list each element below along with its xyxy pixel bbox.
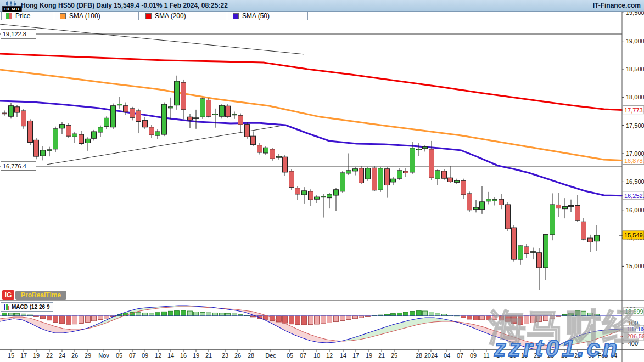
macd-histogram-bar <box>486 316 491 320</box>
svg-text:2024: 2024 <box>424 352 438 359</box>
tab-sma200[interactable]: SMA (200) <box>141 12 226 20</box>
svg-text:25: 25 <box>561 352 568 359</box>
svg-text:26: 26 <box>234 352 241 359</box>
svg-text:04: 04 <box>611 352 617 359</box>
svg-text:19: 19 <box>33 352 40 359</box>
title-bar: DEMO Hong Kong HS50 (DFB) Daily 15,549.4… <box>0 0 644 12</box>
svg-text:17: 17 <box>20 352 27 359</box>
svg-text:19,000: 19,000 <box>626 38 644 44</box>
level-label: 16,776.4 <box>1 161 36 171</box>
svg-text:21: 21 <box>205 352 212 359</box>
svg-text:Nov: Nov <box>98 352 109 359</box>
macd-histogram-bar <box>524 316 529 324</box>
price-tag: 17,773.. <box>619 106 644 114</box>
svg-text:05: 05 <box>287 352 293 359</box>
macd-legend-label: MACD (12 26 9 <box>12 304 49 310</box>
macd-histogram-bar <box>220 313 225 316</box>
macd-histogram-bar <box>232 314 237 316</box>
macd-histogram-bar <box>47 316 52 320</box>
candle <box>512 225 517 261</box>
macd-histogram-bar <box>506 316 511 321</box>
svg-text:29: 29 <box>85 352 91 359</box>
svg-text:21: 21 <box>378 352 385 359</box>
tab-sma50[interactable]: SMA (50) <box>228 12 308 20</box>
svg-text:15,549..: 15,549.. <box>624 232 644 239</box>
svg-text:25: 25 <box>391 352 397 359</box>
svg-text:19: 19 <box>366 352 372 359</box>
candle <box>289 169 294 190</box>
svg-text:14: 14 <box>496 352 503 359</box>
prorealtime-logo: IG ProRealTime <box>2 290 66 300</box>
candle <box>21 109 26 129</box>
macd-histogram-bar <box>397 313 402 316</box>
macd-legend-chip[interactable]: MACD (12 26 9 <box>1 302 53 312</box>
macd-histogram-bar <box>512 316 517 324</box>
macd-histogram-bar <box>2 313 7 316</box>
macd-histogram-bar <box>429 312 434 316</box>
macd-histogram-bar <box>321 316 326 324</box>
candle <box>220 104 225 118</box>
sma200-swatch-icon <box>145 13 152 19</box>
svg-text:04: 04 <box>444 352 450 359</box>
macd-histogram-bar <box>518 316 523 325</box>
svg-text:15,000: 15,000 <box>626 263 644 269</box>
macd-histogram-bar <box>206 313 211 316</box>
macd-histogram-bar <box>72 316 77 324</box>
price-tag: 16,878.. <box>619 156 644 165</box>
svg-text:18,500: 18,500 <box>626 66 644 72</box>
candle <box>340 171 345 193</box>
level-label: 19,122.8 <box>1 29 36 38</box>
macd-histogram-bar <box>531 316 536 323</box>
macd-series-icon <box>4 304 9 310</box>
svg-text:-400: -400 <box>626 340 638 347</box>
tab-price[interactable]: Price <box>1 12 53 20</box>
macd-value-tag: -187.89 <box>620 325 644 333</box>
macd-histogram-bar <box>492 316 497 320</box>
svg-text:07: 07 <box>300 352 306 359</box>
svg-text:23: 23 <box>222 352 228 359</box>
sma100-swatch-icon <box>60 13 66 19</box>
price-tag: 15,549.. <box>619 231 644 239</box>
svg-text:17,773..: 17,773.. <box>624 107 644 114</box>
svg-text:11: 11 <box>483 352 489 359</box>
chart-canvas[interactable]: 19,122.816,776.419,50019,00018,50018,000… <box>0 0 644 362</box>
svg-text:16,252..: 16,252.. <box>624 193 644 199</box>
svg-text:16: 16 <box>180 352 187 359</box>
candle <box>506 202 511 231</box>
macd-histogram-bar <box>442 314 447 316</box>
macd-histogram-bar <box>181 310 186 316</box>
macd-histogram-bar <box>417 311 422 316</box>
macd-histogram-bar <box>435 313 440 316</box>
macd-histogram-bar <box>327 316 332 323</box>
svg-text:16,500: 16,500 <box>626 178 644 185</box>
svg-text:Dec: Dec <box>265 352 276 359</box>
macd-histogram-bar <box>302 316 307 325</box>
svg-text:12: 12 <box>326 352 333 359</box>
macd-histogram-bar <box>474 316 479 320</box>
svg-text:28: 28 <box>574 352 581 359</box>
macd-histogram-bar <box>575 310 580 316</box>
candle <box>28 119 33 145</box>
svg-text:07: 07 <box>457 352 463 359</box>
series-legend: Price SMA (100) SMA (200) SMA (50) <box>1 12 308 20</box>
macd-histogram-bar <box>21 314 26 316</box>
svg-text:28: 28 <box>416 352 422 359</box>
macd-histogram-bar <box>60 316 65 324</box>
macd-histogram-bar <box>346 316 351 320</box>
svg-text:16,000: 16,000 <box>626 207 644 213</box>
candle <box>111 104 116 129</box>
svg-text:Feb: Feb <box>598 352 608 359</box>
price-series-icon <box>6 13 12 19</box>
macd-histogram-bar <box>499 316 504 320</box>
macd-histogram-bar <box>104 316 109 318</box>
brand-link[interactable]: IT-Finance.com <box>593 2 641 9</box>
svg-text:18,000: 18,000 <box>626 94 644 100</box>
tab-sma100-label: SMA (100) <box>69 12 100 20</box>
svg-text:09: 09 <box>142 352 148 359</box>
macd-value-tag: 18.699 <box>620 308 644 315</box>
svg-text:14: 14 <box>167 352 174 359</box>
svg-text:19,122.8: 19,122.8 <box>3 31 26 37</box>
tab-sma100[interactable]: SMA (100) <box>55 12 139 20</box>
svg-text:30: 30 <box>588 352 595 359</box>
macd-histogram-bar <box>213 313 218 316</box>
